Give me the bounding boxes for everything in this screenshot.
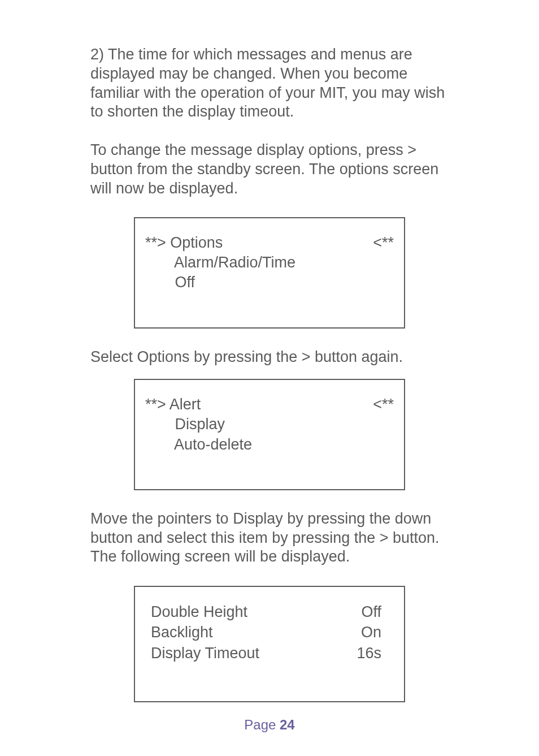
screen-row: **> Alert <** (145, 395, 394, 414)
screen-box-options: **> Options <** Alarm/Radio/Time Off (134, 217, 405, 328)
screen-line: **> Alert (145, 395, 201, 414)
setting-value: 16s (357, 643, 381, 663)
menu-item-alarm: Alarm/Radio/Time (174, 254, 295, 271)
paragraph-4: Move the pointers to Display by pressing… (90, 509, 449, 567)
screen-line: Alarm/Radio/Time (145, 253, 394, 273)
screen-line: Off (145, 273, 394, 292)
right-marker: <** (373, 395, 394, 414)
blank-line (145, 455, 394, 474)
setting-label: Double Height (151, 602, 247, 622)
document-page: 2) The time for which messages and menus… (0, 0, 539, 756)
screen-box-alert: **> Alert <** Display Auto-delete (134, 379, 405, 490)
setting-label: Display Timeout (151, 643, 259, 663)
menu-item-options: Options (170, 234, 223, 251)
page-footer: Page 24 (0, 716, 539, 733)
screen-box-display-settings: Double Height Off Backlight On Display T… (134, 586, 405, 702)
setting-row-double-height: Double Height Off (151, 602, 381, 622)
setting-value: Off (361, 602, 381, 622)
screen-line: Auto-delete (145, 435, 394, 455)
left-marker: **> (145, 234, 166, 251)
menu-item-alert: Alert (169, 396, 201, 413)
setting-value: On (361, 622, 381, 642)
screen-line: **> Options (145, 233, 223, 253)
paragraph-1: 2) The time for which messages and menus… (90, 45, 449, 122)
left-marker: **> (145, 396, 166, 413)
footer-label: Page (244, 717, 276, 732)
setting-row-backlight: Backlight On (151, 622, 381, 642)
menu-item-autodelete: Auto-delete (174, 436, 252, 453)
menu-item-off: Off (175, 274, 195, 291)
footer-page-number: 24 (280, 717, 295, 732)
right-marker: <** (373, 233, 394, 253)
paragraph-2: To change the message display options, p… (90, 141, 449, 198)
setting-label: Backlight (151, 622, 213, 642)
screen-line: Display (145, 414, 394, 434)
menu-item-display: Display (175, 416, 225, 433)
screen-row: **> Options <** (145, 233, 394, 253)
setting-row-display-timeout: Display Timeout 16s (151, 643, 381, 663)
blank-line (151, 663, 381, 684)
paragraph-3: Select Options by pressing the > button … (90, 348, 449, 367)
blank-line (145, 293, 394, 313)
